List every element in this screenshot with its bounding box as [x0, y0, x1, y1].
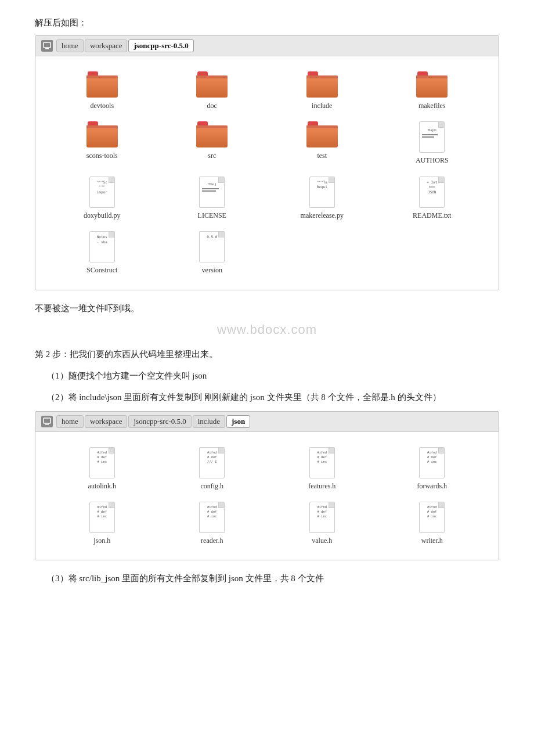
breadcrumb-home[interactable]: home — [56, 39, 84, 52]
folder-icon — [196, 71, 228, 98]
step2-sub2: （2）将 include\json 里面所有文件复制到 刚刚新建的 json 文… — [35, 390, 499, 405]
file-item-version[interactable]: 0.5.0 version — [157, 225, 268, 280]
file-item-include[interactable]: include — [267, 66, 377, 116]
code-icon: + Int===JSON — [419, 177, 445, 208]
file-item-sconstruct[interactable]: Notes- sha SConstruct — [47, 225, 157, 280]
breadcrumb-home-2[interactable]: home — [56, 415, 84, 428]
file-label: src — [208, 152, 216, 160]
code-icon: """TaRequi — [309, 177, 335, 208]
step2-sub1: （1）随便找个地方建一个空文件夹叫 json — [35, 368, 499, 384]
code-icon: Notes- sha — [89, 231, 115, 262]
code-icon: """Sc"""impor — [89, 177, 115, 208]
file-item-config[interactable]: #ifnd# def/// I config.h — [157, 441, 268, 496]
h-file-icon: #ifnd# def# inc — [89, 502, 115, 533]
file-browser-2: home workspace jsoncpp-src-0.5.0 include… — [35, 411, 499, 561]
folder-icon — [86, 121, 118, 148]
h-file-icon: #ifnd# def# inc — [419, 447, 445, 478]
code-icon: 0.5.0 — [199, 231, 225, 262]
file-item-makefiles[interactable]: makefiles — [377, 66, 488, 116]
file-item-devtools[interactable]: devtools — [47, 66, 157, 116]
file-item-autolink[interactable]: #ifnd# def# inc autolink.h — [47, 441, 157, 496]
folder-icon — [416, 71, 448, 98]
svg-rect-2 — [44, 418, 50, 423]
file-item-authors[interactable]: Bapti AUTHORS — [377, 116, 488, 170]
breadcrumb-workspace[interactable]: workspace — [85, 39, 128, 52]
file-label: SConstruct — [86, 266, 117, 274]
h-file-icon: #ifnd# def# inc — [89, 447, 115, 478]
file-item-makerelease[interactable]: """TaRequi makerelease.py — [267, 171, 377, 225]
file-item-json[interactable]: #ifnd# def# inc json.h — [47, 496, 157, 550]
file-item-doxybuild[interactable]: """Sc"""impor doxybuild.py — [47, 171, 157, 225]
h-file-icon: #ifnd# def/// I — [199, 447, 225, 478]
warning-text: 不要被这一堆文件吓到哦。 — [35, 301, 499, 316]
intro-text: 解压后如图： — [35, 17, 499, 28]
doc-icon: The j — [199, 177, 225, 208]
file-item-scons-tools[interactable]: scons-tools — [47, 116, 157, 170]
file-grid-2: #ifnd# def# inc autolink.h #ifnd# def///… — [35, 432, 499, 560]
file-grid-1: devtools doc include makefile — [35, 56, 499, 290]
file-item-features[interactable]: #ifnd# def# inc features.h — [267, 441, 377, 496]
h-file-icon: #ifnd# def# inc — [309, 502, 335, 533]
file-label: value.h — [312, 537, 332, 545]
breadcrumb-include-2[interactable]: include — [193, 415, 225, 428]
breadcrumb-workspace-2[interactable]: workspace — [85, 415, 128, 428]
svg-rect-3 — [45, 424, 49, 425]
h-file-icon: #ifnd# def# inc — [419, 502, 445, 533]
file-label: reader.h — [201, 537, 223, 545]
file-label: features.h — [308, 482, 335, 490]
folder-icon — [306, 121, 338, 148]
breadcrumb-json-2[interactable]: json — [226, 415, 250, 428]
file-item-writer[interactable]: #ifnd# def# inc writer.h — [377, 496, 488, 550]
file-label: scons-tools — [86, 152, 118, 160]
file-label: AUTHORS — [416, 156, 449, 164]
file-label: test — [317, 152, 327, 160]
breadcrumb-bar-1: home workspace jsoncpp-src-0.5.0 — [35, 36, 499, 56]
step3-text: （3）将 src/lib_json 里面的所有文件全部复制到 json 文件里，… — [35, 571, 499, 586]
svg-rect-0 — [44, 42, 50, 48]
file-item-reader[interactable]: #ifnd# def# inc reader.h — [157, 496, 268, 550]
file-label: json.h — [93, 537, 110, 545]
file-item-test[interactable]: test — [267, 116, 377, 170]
computer-icon — [41, 416, 53, 427]
file-label: config.h — [200, 482, 223, 490]
step2-title: 第 2 步：把我们要的东西从代码堆里整理出来。 — [35, 347, 499, 362]
file-item-value[interactable]: #ifnd# def# inc value.h — [267, 496, 377, 550]
file-label: version — [202, 266, 222, 274]
file-label: writer.h — [421, 537, 443, 545]
h-file-icon: #ifnd# def# inc — [199, 502, 225, 533]
svg-rect-1 — [45, 48, 49, 49]
file-item-license[interactable]: The j LICENSE — [157, 171, 268, 225]
file-label: makefiles — [418, 102, 446, 110]
file-label: makerelease.py — [301, 211, 344, 219]
file-label: LICENSE — [198, 211, 226, 219]
file-item-forwards[interactable]: #ifnd# def# inc forwards.h — [377, 441, 488, 496]
folder-icon — [196, 121, 228, 148]
file-item-empty1 — [267, 225, 377, 280]
file-item-empty2 — [377, 225, 488, 280]
file-label: doc — [207, 102, 217, 110]
doc-icon: Bapti — [419, 121, 445, 153]
file-label: autolink.h — [88, 482, 116, 490]
file-item-src[interactable]: src — [157, 116, 268, 170]
folder-icon — [306, 71, 338, 98]
breadcrumb-jsoncpp-2[interactable]: jsoncpp-src-0.5.0 — [128, 415, 191, 428]
file-label: include — [312, 102, 332, 110]
h-file-icon: #ifnd# def# inc — [309, 447, 335, 478]
file-label: forwards.h — [417, 482, 447, 490]
file-label: devtools — [90, 102, 114, 110]
file-item-readme[interactable]: + Int===JSON README.txt — [377, 171, 488, 225]
breadcrumb-bar-2: home workspace jsoncpp-src-0.5.0 include… — [35, 412, 499, 432]
computer-icon — [41, 40, 53, 52]
folder-icon — [86, 71, 118, 98]
file-item-doc[interactable]: doc — [157, 66, 268, 116]
breadcrumb-jsoncpp[interactable]: jsoncpp-src-0.5.0 — [128, 39, 193, 52]
file-browser-1: home workspace jsoncpp-src-0.5.0 devtool… — [35, 35, 499, 290]
watermark: www.bdocx.com — [35, 322, 499, 337]
file-label: README.txt — [413, 211, 451, 219]
file-label: doxybuild.py — [84, 211, 121, 219]
